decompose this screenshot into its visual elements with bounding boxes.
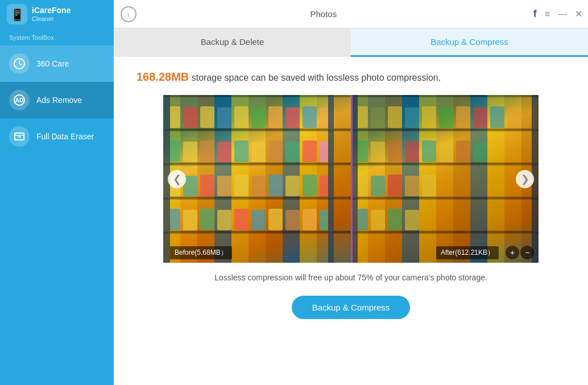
svg-rect-27 — [251, 142, 266, 162]
back-button[interactable]: ‹ — [121, 6, 136, 22]
savings-amount: 168.28MB — [136, 71, 189, 83]
svg-rect-84 — [405, 210, 419, 230]
tabs-row: Backup & Delete Backup & Compress — [114, 28, 588, 57]
minimize-icon[interactable]: — — [558, 9, 567, 19]
svg-rect-34 — [200, 175, 214, 196]
svg-rect-70 — [388, 140, 402, 162]
zoom-controls: + − — [506, 246, 534, 259]
facebook-icon[interactable]: f — [533, 8, 537, 20]
svg-rect-40 — [303, 175, 317, 196]
svg-rect-61 — [405, 107, 419, 128]
sidebar-item-full-data-eraser-label: Full Data Eraser — [36, 132, 94, 141]
image-compare: ❮ ❯ Before(5.68MB） After(612.21KB） + − — [163, 95, 539, 263]
savings-text: storage space can be saved with lossless… — [189, 73, 441, 82]
svg-rect-29 — [285, 142, 300, 162]
svg-rect-49 — [285, 210, 300, 230]
app-sub: Cleaner — [32, 15, 71, 22]
svg-rect-39 — [285, 176, 300, 196]
chevron-left-icon: ❮ — [173, 173, 181, 185]
svg-rect-60 — [388, 106, 402, 128]
before-panel — [163, 95, 351, 263]
next-arrow[interactable]: ❯ — [516, 170, 534, 188]
after-label: After(612.21KB） — [436, 246, 499, 259]
svg-rect-62 — [422, 106, 436, 128]
svg-text:AD: AD — [15, 97, 23, 104]
svg-rect-75 — [473, 142, 487, 162]
before-overlay — [163, 95, 351, 263]
backup-compress-button[interactable]: Backup & Compress — [292, 296, 411, 319]
svg-rect-44 — [200, 209, 214, 230]
svg-rect-83 — [388, 209, 402, 230]
svg-rect-80 — [422, 175, 436, 196]
svg-rect-24 — [200, 140, 214, 162]
svg-rect-50 — [303, 209, 317, 230]
svg-rect-13 — [183, 107, 197, 128]
title-bar: 📱 iCareFone Cleaner ‹ Photos f ≡ — ✕ — [0, 0, 588, 28]
chevron-right-icon: ❯ — [521, 173, 529, 185]
svg-rect-16 — [234, 106, 249, 128]
svg-rect-64 — [456, 106, 470, 128]
after-overlay — [351, 95, 539, 263]
sidebar-item-ads-remove[interactable]: AD Ads Remove — [0, 82, 114, 118]
svg-rect-78 — [388, 175, 402, 196]
svg-rect-47 — [251, 210, 266, 230]
after-panel — [351, 95, 539, 263]
info-text: Lossless compression will free up about … — [214, 273, 487, 282]
zoom-in-button[interactable]: + — [506, 246, 519, 259]
page-title: Photos — [310, 9, 337, 19]
svg-rect-69 — [371, 142, 385, 162]
ads-remove-icon: AD — [9, 90, 30, 110]
svg-rect-72 — [422, 140, 436, 162]
before-label: Before(5.68MB） — [170, 246, 232, 259]
sidebar-system-label: System ToolBox — [0, 28, 114, 45]
svg-text:📱: 📱 — [10, 8, 24, 22]
svg-rect-20 — [303, 106, 317, 128]
main-layout: System ToolBox 360 Care AD Ads Remove — [0, 28, 588, 385]
sidebar-item-full-data-eraser[interactable]: Full Data Eraser — [0, 118, 114, 155]
svg-rect-71 — [405, 142, 419, 162]
svg-rect-37 — [251, 176, 266, 196]
svg-rect-67 — [507, 107, 521, 128]
svg-rect-35 — [217, 176, 231, 196]
svg-rect-17 — [251, 107, 266, 128]
svg-rect-26 — [234, 140, 249, 162]
svg-rect-48 — [268, 209, 283, 230]
sidebar-item-ads-remove-label: Ads Remove — [36, 96, 82, 105]
close-icon[interactable]: ✕ — [575, 9, 582, 19]
sidebar-item-360-care-label: 360 Care — [36, 59, 69, 68]
svg-rect-45 — [217, 210, 231, 230]
svg-rect-59 — [371, 107, 385, 128]
zoom-out-button[interactable]: − — [520, 246, 534, 259]
content-area: Backup & Delete Backup & Compress 168.28… — [114, 28, 588, 385]
sidebar: System ToolBox 360 Care AD Ads Remove — [0, 28, 114, 385]
svg-rect-53 — [328, 95, 334, 263]
svg-rect-25 — [217, 142, 231, 162]
sidebar-item-360-care[interactable]: 360 Care — [0, 45, 114, 82]
360-care-icon — [9, 53, 30, 74]
compare-divider — [351, 95, 353, 263]
svg-rect-65 — [473, 107, 487, 128]
svg-rect-18 — [268, 106, 283, 128]
svg-rect-14 — [200, 106, 214, 128]
tab-backup-delete[interactable]: Backup & Delete — [114, 28, 351, 57]
prev-arrow[interactable]: ❮ — [168, 170, 186, 188]
tab-backup-compress[interactable]: Backup & Compress — [351, 28, 588, 57]
svg-rect-82 — [371, 210, 385, 230]
svg-rect-38 — [268, 175, 283, 196]
content-body: 168.28MB storage space can be saved with… — [114, 57, 588, 385]
app-branding: 📱 iCareFone Cleaner — [0, 0, 114, 28]
svg-rect-77 — [371, 176, 385, 196]
svg-rect-28 — [268, 140, 283, 162]
svg-rect-43 — [183, 210, 197, 230]
svg-rect-79 — [405, 176, 419, 196]
svg-rect-46 — [234, 209, 249, 230]
svg-rect-23 — [183, 142, 197, 162]
svg-rect-19 — [285, 107, 300, 128]
svg-rect-15 — [217, 107, 231, 128]
window-controls: f ≡ — ✕ — [533, 8, 588, 20]
svg-rect-5 — [15, 133, 24, 140]
svg-rect-74 — [456, 140, 470, 162]
full-data-eraser-icon — [9, 126, 30, 147]
svg-rect-36 — [234, 175, 249, 196]
menu-icon[interactable]: ≡ — [545, 9, 550, 19]
